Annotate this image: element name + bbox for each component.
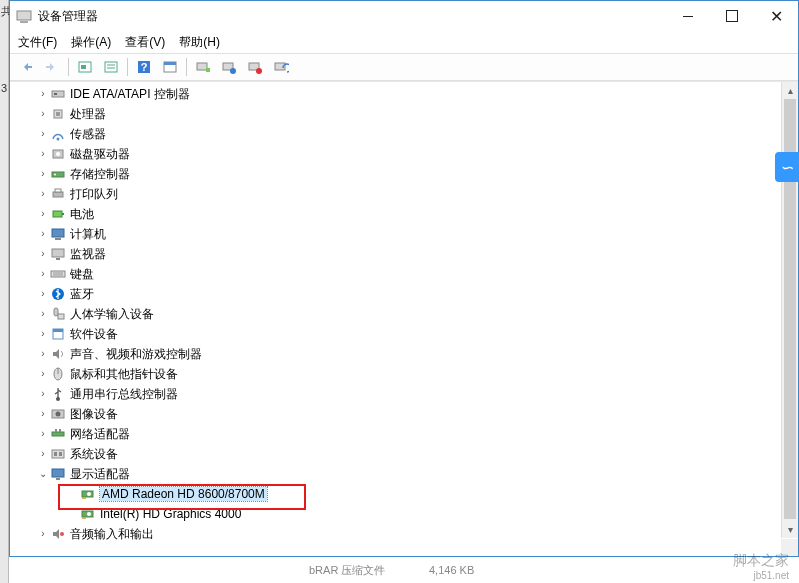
- tree-row[interactable]: ›磁盘驱动器: [12, 144, 780, 164]
- tree-row[interactable]: ›打印队列: [12, 184, 780, 204]
- device-tree[interactable]: ›IDE ATA/ATAPI 控制器›处理器›传感器›磁盘驱动器›存储控制器›打…: [12, 84, 780, 554]
- toolbar-show-hide-button[interactable]: [73, 56, 97, 78]
- tree-row[interactable]: ›蓝牙: [12, 284, 780, 304]
- svg-rect-53: [59, 452, 62, 456]
- tree-row[interactable]: AMD Radeon HD 8600/8700M: [12, 484, 780, 504]
- tree-row[interactable]: ›IDE ATA/ATAPI 控制器: [12, 84, 780, 104]
- tree-row[interactable]: ›计算机: [12, 224, 780, 244]
- toolbar-resources-button[interactable]: [217, 56, 241, 78]
- tree-row[interactable]: ›网络适配器: [12, 424, 780, 444]
- expand-icon[interactable]: ›: [36, 89, 50, 99]
- sensor-icon: [50, 126, 66, 142]
- vertical-scrollbar[interactable]: ▴ ▾: [781, 82, 798, 538]
- titlebar[interactable]: 设备管理器 ✕: [10, 1, 798, 31]
- tree-row[interactable]: ›通用串行总线控制器: [12, 384, 780, 404]
- expand-icon[interactable]: ›: [36, 129, 50, 139]
- menu-view[interactable]: 查看(V): [125, 34, 165, 51]
- window-title: 设备管理器: [38, 8, 666, 25]
- scroll-up-button[interactable]: ▴: [782, 82, 798, 99]
- status-filetype: bRAR 压缩文件: [309, 563, 385, 578]
- toolbar-devices-by-type-button[interactable]: [191, 56, 215, 78]
- menubar: 文件(F) 操作(A) 查看(V) 帮助(H): [10, 31, 798, 53]
- tree-row[interactable]: ›鼠标和其他指针设备: [12, 364, 780, 384]
- expand-icon[interactable]: ›: [36, 149, 50, 159]
- maximize-button[interactable]: [710, 1, 754, 31]
- tree-node-label: IDE ATA/ATAPI 控制器: [70, 86, 190, 103]
- toolbar-disable-button[interactable]: [243, 56, 267, 78]
- tree-node-label: 监视器: [70, 246, 106, 263]
- svg-rect-50: [59, 429, 61, 432]
- tree-row[interactable]: ›系统设备: [12, 444, 780, 464]
- svg-rect-51: [52, 450, 64, 458]
- svg-rect-10: [164, 62, 176, 65]
- expand-icon[interactable]: ›: [36, 389, 50, 399]
- disk-icon: [50, 146, 66, 162]
- tree-row[interactable]: ›软件设备: [12, 324, 780, 344]
- expand-icon[interactable]: ›: [36, 349, 50, 359]
- expand-icon[interactable]: ›: [36, 289, 50, 299]
- tree-node-label: 磁盘驱动器: [70, 146, 130, 163]
- bluetooth-icon: [50, 286, 66, 302]
- audio-icon: [50, 346, 66, 362]
- svg-point-26: [54, 174, 56, 176]
- svg-rect-1: [20, 21, 28, 23]
- svg-rect-61: [82, 517, 86, 519]
- svg-rect-0: [17, 11, 31, 20]
- toolbar-back-button[interactable]: [14, 56, 38, 78]
- minimize-button[interactable]: [666, 1, 710, 31]
- toolbar-update-driver-button[interactable]: [269, 56, 293, 78]
- toolbar: ?: [10, 53, 798, 81]
- expand-icon[interactable]: ›: [36, 429, 50, 439]
- menu-help[interactable]: 帮助(H): [179, 34, 220, 51]
- toolbar-properties-button[interactable]: [158, 56, 182, 78]
- tree-row[interactable]: ›音频输入和输出: [12, 524, 780, 544]
- tree-row[interactable]: ›键盘: [12, 264, 780, 284]
- collapse-icon[interactable]: ⌄: [36, 469, 50, 479]
- tree-row[interactable]: ›人体学输入设备: [12, 304, 780, 324]
- tree-row[interactable]: ›处理器: [12, 104, 780, 124]
- scroll-down-button[interactable]: ▾: [782, 521, 798, 538]
- expand-icon[interactable]: ›: [36, 189, 50, 199]
- menu-file[interactable]: 文件(F): [18, 34, 57, 51]
- tree-row[interactable]: ›声音、视频和游戏控制器: [12, 344, 780, 364]
- hid-icon: [50, 306, 66, 322]
- expand-icon[interactable]: ›: [36, 209, 50, 219]
- expand-icon[interactable]: ›: [36, 409, 50, 419]
- expand-icon[interactable]: ›: [36, 229, 50, 239]
- tree-row[interactable]: ›图像设备: [12, 404, 780, 424]
- usb-icon: [50, 386, 66, 402]
- svg-rect-21: [56, 112, 60, 116]
- tree-row[interactable]: ›监视器: [12, 244, 780, 264]
- tree-row[interactable]: ›存储控制器: [12, 164, 780, 184]
- toolbar-detail-button[interactable]: [99, 56, 123, 78]
- expand-icon[interactable]: ›: [36, 309, 50, 319]
- toolbar-forward-button[interactable]: [40, 56, 64, 78]
- tree-node-label: 鼠标和其他指针设备: [70, 366, 178, 383]
- toolbar-separator: [127, 58, 128, 76]
- expand-icon[interactable]: ›: [36, 329, 50, 339]
- keyboard-icon: [50, 266, 66, 282]
- tree-node-label: 软件设备: [70, 326, 118, 343]
- expand-icon[interactable]: ›: [36, 269, 50, 279]
- expand-icon[interactable]: ›: [36, 169, 50, 179]
- svg-rect-31: [52, 229, 64, 237]
- tree-node-label: Intel(R) HD Graphics 4000: [100, 507, 241, 521]
- tree-row[interactable]: ›电池: [12, 204, 780, 224]
- close-button[interactable]: ✕: [754, 1, 798, 31]
- svg-point-14: [230, 68, 236, 74]
- toolbar-separator: [186, 58, 187, 76]
- cloud-sidebar-tab[interactable]: ∽: [775, 152, 799, 182]
- menu-action[interactable]: 操作(A): [71, 34, 111, 51]
- svg-rect-19: [54, 93, 57, 95]
- tree-row[interactable]: ›传感器: [12, 124, 780, 144]
- svg-rect-58: [82, 497, 86, 499]
- expand-icon[interactable]: ›: [36, 529, 50, 539]
- tree-row[interactable]: Intel(R) HD Graphics 4000: [12, 504, 780, 524]
- expand-icon[interactable]: ›: [36, 369, 50, 379]
- expand-icon[interactable]: ›: [36, 449, 50, 459]
- svg-rect-11: [197, 63, 207, 70]
- expand-icon[interactable]: ›: [36, 249, 50, 259]
- toolbar-help-button[interactable]: ?: [132, 56, 156, 78]
- tree-row[interactable]: ⌄显示适配器: [12, 464, 780, 484]
- expand-icon[interactable]: ›: [36, 109, 50, 119]
